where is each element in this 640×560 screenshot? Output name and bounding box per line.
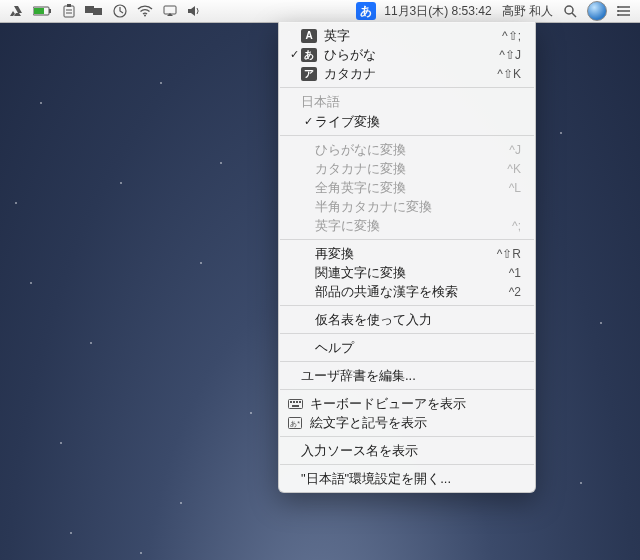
section-label: 日本語 [301,93,521,111]
menu-item-label: 全角英字に変換 [315,179,509,197]
shortcut: ^L [509,181,521,195]
svg-line-13 [572,13,576,17]
help[interactable]: ヘルプ [279,338,535,357]
airplay-icon[interactable] [158,0,182,22]
menu-item-label: ひらがなに変換 [315,141,509,159]
menu-item-label: 絵文字と記号を表示 [310,414,521,432]
siri-icon[interactable] [582,0,612,22]
input-source-indicator[interactable]: あ [356,2,376,20]
svg-rect-7 [85,6,94,13]
svg-rect-2 [49,9,51,13]
menu-item-label: 関連文字に変換 [315,264,509,282]
show-emoji-symbols[interactable]: あ*絵文字と記号を表示 [279,413,535,432]
separator [280,135,534,136]
svg-rect-11 [164,6,176,14]
separator [280,361,534,362]
separator [280,464,534,465]
separator [280,436,534,437]
menu-item-label: ライブ変換 [315,113,521,131]
separator [280,389,534,390]
menu-item-label: 部品の共通な漢字を検索 [315,283,509,301]
show-input-source-name[interactable]: 入力ソース名を表示 [279,441,535,460]
separator [280,333,534,334]
check-icon: ✓ [301,115,315,128]
menu-item-label: カタカナに変換 [315,160,507,178]
svg-rect-21 [290,401,292,403]
shortcut: ^⇧; [502,29,521,43]
svg-rect-24 [299,401,301,403]
shortcut: ^⇧R [497,247,521,261]
menubar: あ 11月3日(木) 8:53:42 高野 和人 [0,0,640,23]
svg-point-10 [144,15,146,17]
menubar-username[interactable]: 高野 和人 [497,0,558,22]
svg-point-19 [617,14,619,16]
conv-katakana: カタカナに変換^K [279,159,535,178]
shortcut: ^1 [509,266,521,280]
svg-rect-25 [292,405,299,407]
mode-badge: A [301,29,317,43]
menu-item-label: ユーザ辞書を編集... [301,367,521,385]
kana-table-input[interactable]: 仮名表を使って入力 [279,310,535,329]
gdrive-icon[interactable] [4,0,28,22]
mode-hiragana[interactable]: ✓あひらがな^⇧J [279,45,535,64]
timemachine-icon[interactable] [108,0,132,22]
separator [280,239,534,240]
mode-badge: ア [301,67,317,81]
reconvert[interactable]: 再変換^⇧R [279,244,535,263]
menu-item-label: "日本語"環境設定を開く... [301,470,521,488]
svg-rect-4 [67,4,71,7]
menu-item-label: 再変換 [315,245,497,263]
conv-fullwidth-eiji: 全角英字に変換^L [279,178,535,197]
input-source-menu: A英字^⇧; ✓あひらがな^⇧J アカタカナ^⇧K 日本語 ✓ライブ変換 ひらが… [278,22,536,493]
svg-rect-20 [288,399,302,408]
svg-point-12 [565,6,573,14]
mode-badge: あ [301,48,317,62]
menu-item-label: 仮名表を使って入力 [315,311,521,329]
menu-item-label: 英字に変換 [315,217,512,235]
keyboard-icon [287,397,303,411]
svg-text:あ*: あ* [290,419,300,427]
svg-rect-22 [293,401,295,403]
edit-user-dictionary[interactable]: ユーザ辞書を編集... [279,366,535,385]
menubar-datetime[interactable]: 11月3日(木) 8:53:42 [379,0,496,22]
menu-item-label: カタカナ [324,65,497,83]
shortcut: ^2 [509,285,521,299]
svg-rect-1 [34,8,44,14]
separator [280,87,534,88]
menu-item-label: ひらがな [324,46,499,64]
svg-rect-23 [296,401,298,403]
menu-item-label: 英字 [324,27,502,45]
volume-icon[interactable] [182,0,206,22]
open-japanese-prefs[interactable]: "日本語"環境設定を開く... [279,469,535,488]
show-keyboard-viewer[interactable]: キーボードビューアを表示 [279,394,535,413]
conv-hiragana: ひらがなに変換^J [279,140,535,159]
separator [280,305,534,306]
mode-katakana[interactable]: アカタカナ^⇧K [279,64,535,83]
wifi-icon[interactable] [132,0,158,22]
emoji-icon: あ* [287,416,303,430]
svg-rect-8 [93,8,102,15]
shortcut: ^; [512,219,521,233]
spotlight-icon[interactable] [558,0,582,22]
section-japanese: 日本語 [279,92,535,112]
notification-center-icon[interactable] [612,0,636,22]
svg-rect-3 [64,6,74,17]
conv-halfwidth-katakana: 半角カタカナに変換 [279,197,535,216]
shortcut: ^⇧J [499,48,521,62]
displays-icon[interactable] [80,0,108,22]
svg-point-18 [617,10,619,12]
battery-icon[interactable] [28,0,58,22]
menu-item-label: ヘルプ [315,339,521,357]
shortcut: ^⇧K [497,67,521,81]
svg-point-17 [617,6,619,8]
shortcut: ^K [507,162,521,176]
clipboard-icon[interactable] [58,0,80,22]
menu-item-label: 入力ソース名を表示 [301,442,521,460]
live-conversion[interactable]: ✓ライブ変換 [279,112,535,131]
mode-eiji[interactable]: A英字^⇧; [279,26,535,45]
related-chars[interactable]: 関連文字に変換^1 [279,263,535,282]
menu-item-label: キーボードビューアを表示 [310,395,521,413]
shortcut: ^J [509,143,521,157]
conv-eiji: 英字に変換^; [279,216,535,235]
kanji-radical-search[interactable]: 部品の共通な漢字を検索^2 [279,282,535,301]
